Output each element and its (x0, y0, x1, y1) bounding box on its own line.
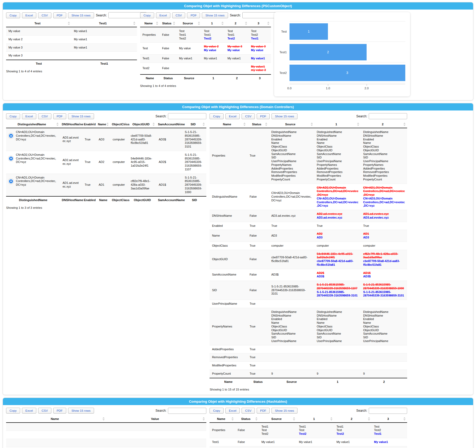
pdf-button[interactable]: PDF (53, 113, 66, 119)
show-rows-button[interactable]: Show 15 rows (202, 12, 228, 18)
search-input[interactable] (369, 113, 407, 119)
show-rows-button[interactable]: Show 15 rows (68, 408, 94, 414)
copy-button[interactable]: Copy (140, 12, 154, 18)
cell-value: SID (363, 156, 405, 159)
copy-button[interactable]: Copy (6, 113, 20, 119)
copy-button[interactable]: Copy (6, 408, 20, 414)
column-header-3[interactable]: 3 (372, 415, 407, 423)
table-row: Test2False My value1my value 3 (140, 63, 271, 74)
table-toolbar: CopyExcelCSVPDFShow 15 rowsSearch: (140, 12, 271, 18)
column-header-distinguishedname[interactable]: DistinguishedName (6, 121, 60, 128)
excel-button[interactable]: Excel (22, 113, 36, 119)
search-box: Search: (230, 12, 281, 18)
cell-value: RemovedProperties (212, 356, 245, 359)
column-header-1[interactable]: 1 (314, 121, 361, 128)
column-header-3[interactable]: 3 (249, 20, 271, 27)
column-header-status[interactable]: Status (247, 121, 269, 128)
column-header-1[interactable]: 1 (202, 20, 225, 27)
cell-value: Enabled (212, 224, 245, 228)
cell-value: True (84, 160, 94, 164)
excel-button[interactable]: Excel (22, 12, 36, 18)
column-header-status[interactable]: Status (235, 415, 259, 423)
cell-value: PropertyNames (317, 163, 358, 167)
excel-button[interactable]: Excel (225, 113, 240, 119)
show-rows-button[interactable]: Show 15 rows (272, 113, 297, 119)
search-input[interactable] (168, 408, 206, 414)
pdf-button[interactable]: PDF (53, 12, 66, 18)
excel-button[interactable]: Excel (225, 408, 240, 414)
column-header-source[interactable]: Source (177, 20, 202, 27)
column-header-2[interactable]: 2 (225, 20, 249, 27)
column-header-enabled[interactable]: Enabled (82, 121, 96, 128)
sort-icon (103, 417, 105, 421)
column-header-source[interactable]: Source (269, 121, 314, 128)
copy-button[interactable]: Copy (210, 408, 224, 414)
csv-button[interactable]: CSV (242, 408, 255, 414)
column-header-objectclass[interactable]: ObjectClass (110, 121, 128, 128)
expand-row-button[interactable]: + (8, 156, 14, 161)
section-hashtables: Comparing Objet with Highlighting Differ… (3, 398, 473, 448)
cell-value: computer (113, 183, 126, 187)
column-header-value[interactable]: Value (106, 415, 206, 423)
csv-button[interactable]: CSV (38, 408, 51, 414)
pdf-button[interactable]: PDF (257, 408, 270, 414)
csv-button[interactable]: CSV (38, 113, 51, 119)
column-header-name[interactable]: Name (6, 415, 106, 423)
column-header-source[interactable]: Source (259, 415, 297, 423)
column-header-samaccountname[interactable]: SamAccountName (156, 121, 182, 128)
table-row: NameFalseAD3AD2AD3AD1AD3 (210, 230, 407, 242)
search-input[interactable] (168, 113, 206, 119)
excel-button[interactable]: Excel (156, 12, 170, 18)
cell-value: Enabled (317, 317, 358, 321)
copy-button[interactable]: Copy (6, 12, 20, 18)
copy-button[interactable]: Copy (210, 113, 224, 119)
expand-row-button[interactable]: + (8, 179, 14, 184)
show-rows-button[interactable]: Show 15 rows (272, 408, 297, 414)
expand-row-button[interactable]: + (8, 133, 14, 138)
cell-value: ObjectClass (271, 325, 312, 329)
pdf-button[interactable]: PDF (187, 12, 200, 18)
excel-button[interactable]: Excel (22, 408, 36, 414)
column-header-name[interactable]: Name (210, 415, 235, 423)
column-header-objectguid[interactable]: ObjectGUID (128, 121, 156, 128)
cell-value: SID (271, 336, 312, 339)
column-header-name[interactable]: Name (210, 121, 247, 128)
csv-button[interactable]: CSV (242, 113, 255, 119)
csv-button[interactable]: CSV (38, 12, 51, 18)
column-header-name[interactable]: Name (140, 20, 160, 27)
column-header-2[interactable]: 2 (334, 415, 372, 423)
section-pscustomobject: Comparing Objet with Highlighting Differ… (3, 2, 473, 100)
csv-button[interactable]: CSV (172, 12, 185, 18)
cell-value: False (162, 47, 174, 50)
column-header-test1[interactable]: Test1 (72, 20, 137, 27)
pdf-button[interactable]: PDF (257, 113, 270, 119)
cell-value: Name (212, 234, 245, 238)
cell-value: True (317, 224, 358, 228)
column-header-test[interactable]: Test (6, 20, 72, 27)
cell-value: False (238, 428, 257, 432)
cell-value (363, 348, 405, 351)
cell-value: AD3 (99, 138, 108, 141)
cell-value: Name (271, 321, 312, 325)
cell-value: S-1-5-21-853615985-2870445339-3163598659… (271, 285, 312, 296)
table-cell: My value 3My value (334, 446, 372, 448)
column-header-status[interactable]: Status (160, 20, 177, 27)
show-rows-button[interactable]: Show 15 rows (68, 113, 94, 119)
column-header-1[interactable]: 1 (297, 415, 334, 423)
search-label: Search: (356, 409, 367, 412)
cell-value: My value (179, 47, 199, 50)
column-header-2[interactable]: 2 (361, 121, 407, 128)
pdf-button[interactable]: PDF (53, 408, 66, 414)
table-cell: PropertyCount (210, 370, 247, 378)
column-header-name[interactable]: Name (96, 121, 110, 128)
table-row: SIDFalseS-1-5-21-853615985-2870445339-31… (210, 281, 407, 300)
cell-value: Test2 (374, 428, 405, 432)
search-input[interactable] (369, 408, 407, 414)
column-header-dnshostname[interactable]: DNSHostName (60, 121, 82, 128)
added-value: My value (251, 48, 269, 52)
table-cell (269, 300, 314, 308)
show-rows-button[interactable]: Show 15 rows (68, 12, 94, 18)
cell-value: PropertyNames (212, 325, 245, 329)
cell-value: My value1 (74, 29, 135, 33)
column-header-sid[interactable]: SID (183, 121, 207, 128)
